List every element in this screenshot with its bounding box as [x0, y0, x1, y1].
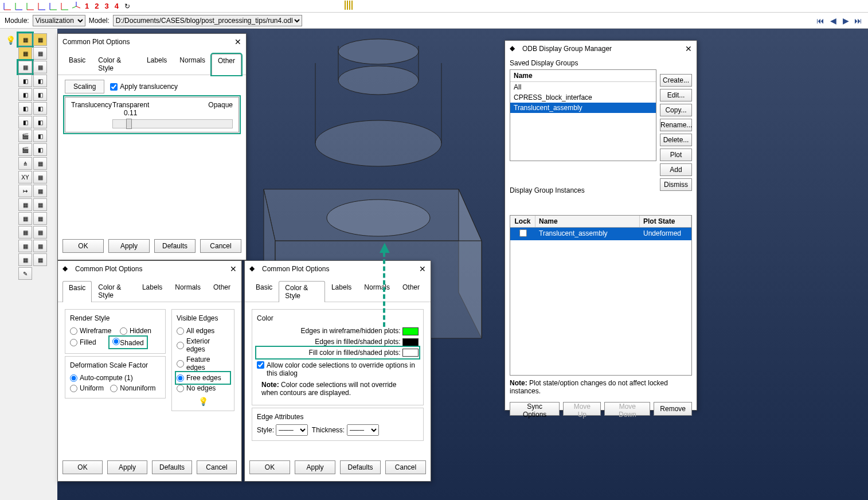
defaults-button[interactable]: Defaults: [340, 460, 381, 474]
tool-10[interactable]: ◧: [33, 88, 47, 101]
tool-14[interactable]: ◧: [33, 116, 47, 128]
tab-color-style[interactable]: Color & Style: [92, 53, 140, 75]
tool-25[interactable]: ▦: [18, 198, 32, 211]
tab-normals[interactable]: Normals: [173, 53, 212, 75]
shaded-radio[interactable]: [112, 338, 120, 345]
close-icon[interactable]: ✕: [685, 44, 692, 53]
group-row[interactable]: CPRESS_block_interface: [510, 92, 656, 103]
axis-iso-icon[interactable]: [71, 1, 81, 11]
axis-cycle-icon[interactable]: ↻: [122, 1, 132, 11]
tool-28[interactable]: ▦: [33, 212, 47, 225]
translucency-slider[interactable]: [112, 119, 233, 128]
no-edges-radio[interactable]: [177, 385, 184, 392]
tab-normals[interactable]: Normals: [169, 280, 207, 302]
tab-labels[interactable]: Labels: [325, 280, 358, 302]
defaults-button[interactable]: Defaults: [152, 460, 192, 474]
move-up-button[interactable]: Move Up: [563, 402, 601, 416]
tool-12[interactable]: ◧: [33, 102, 47, 115]
close-icon[interactable]: ✕: [230, 264, 237, 274]
view-2[interactable]: 2: [92, 2, 101, 10]
tab-basic[interactable]: Basic: [62, 281, 92, 302]
prev-frame-icon[interactable]: ◀: [828, 15, 838, 26]
move-down-button[interactable]: Move Down: [604, 402, 650, 416]
tool-22[interactable]: ▦: [33, 171, 47, 183]
tab-other[interactable]: Other: [212, 54, 241, 75]
ok-button[interactable]: OK: [249, 460, 290, 474]
tool-26[interactable]: ▦: [33, 198, 47, 211]
apply-button[interactable]: Apply: [108, 239, 150, 253]
tool-15[interactable]: 🎬: [18, 130, 32, 142]
edge-color-swatch[interactable]: [402, 338, 419, 346]
tool-2[interactable]: ▦: [33, 33, 47, 46]
saved-groups-list[interactable]: Name All CPRESS_block_interface Transluc…: [510, 69, 656, 161]
allow-override-checkbox[interactable]: [257, 361, 264, 369]
delete-button[interactable]: Delete...: [660, 134, 692, 146]
close-icon[interactable]: ✕: [419, 264, 426, 274]
instance-row[interactable]: Translucent_assembly Undeformed: [510, 228, 691, 240]
play-icon[interactable]: ▶: [840, 15, 851, 26]
tab-normals[interactable]: Normals: [358, 280, 396, 302]
group-row[interactable]: Translucent_assembly: [510, 103, 656, 113]
view-4[interactable]: 4: [112, 2, 121, 10]
tool-34[interactable]: ▦: [33, 253, 47, 266]
tool-33[interactable]: ▦: [18, 253, 32, 266]
lightbulb-icon[interactable]: 💡: [6, 36, 15, 45]
tool-6[interactable]: ▦: [33, 61, 47, 73]
tool-5[interactable]: ▦: [18, 61, 32, 73]
cube-3-icon[interactable]: [349, 1, 350, 10]
tab-basic[interactable]: Basic: [249, 280, 279, 302]
nonuniform-radio[interactable]: [110, 385, 118, 392]
wire-color-swatch[interactable]: [402, 327, 419, 335]
subtab-scaling[interactable]: Scaling: [65, 80, 104, 93]
plot-button[interactable]: Plot: [660, 149, 692, 161]
copy-button[interactable]: Copy...: [660, 104, 692, 116]
ok-button[interactable]: OK: [62, 460, 103, 474]
group-row[interactable]: All: [510, 82, 656, 92]
cancel-button[interactable]: Cancel: [200, 239, 241, 253]
next-frame-icon[interactable]: ⏭: [853, 15, 863, 26]
ok-button[interactable]: OK: [62, 239, 104, 253]
tip-icon[interactable]: 💡: [177, 397, 229, 406]
rename-button[interactable]: Rename...: [660, 119, 692, 131]
tab-other[interactable]: Other: [207, 280, 237, 302]
tool-13[interactable]: ◧: [18, 116, 32, 128]
tool-29[interactable]: ▦: [18, 226, 32, 239]
instances-table[interactable]: Lock Name Plot State Translucent_assembl…: [510, 215, 692, 376]
tool-3[interactable]: ▦: [18, 47, 32, 60]
wireframe-radio[interactable]: [70, 327, 77, 335]
model-select[interactable]: D:/Documents/CASES/blog/post_processing_…: [113, 15, 302, 26]
tab-color-style[interactable]: Color & Style: [92, 280, 136, 302]
cube-4-icon[interactable]: [351, 1, 353, 10]
remove-button[interactable]: Remove: [654, 402, 692, 416]
tool-30[interactable]: ▦: [33, 226, 47, 239]
tool-21[interactable]: XY: [18, 171, 32, 183]
apply-button[interactable]: Apply: [295, 460, 335, 474]
tool-17[interactable]: 🎬: [18, 143, 32, 156]
view-3[interactable]: 3: [102, 2, 111, 10]
tool-7[interactable]: ◧: [18, 75, 32, 87]
apply-button[interactable]: Apply: [107, 460, 147, 474]
defaults-button[interactable]: Defaults: [154, 239, 196, 253]
tool-24[interactable]: ▦: [33, 185, 47, 197]
tool-19[interactable]: ⋔: [18, 157, 32, 170]
edit-button[interactable]: Edit...: [660, 89, 692, 101]
tool-4[interactable]: ▦: [33, 47, 47, 60]
tool-32[interactable]: ▦: [33, 240, 47, 252]
axis-zx-icon[interactable]: [60, 1, 70, 11]
cube-1-icon[interactable]: [345, 1, 346, 10]
add-button[interactable]: Add: [660, 163, 692, 176]
tool-8[interactable]: ◧: [33, 75, 47, 87]
sync-button[interactable]: Sync Options: [510, 402, 560, 416]
axis-yz-icon[interactable]: [14, 1, 24, 11]
slider-thumb[interactable]: [126, 119, 132, 129]
view-1[interactable]: 1: [83, 2, 91, 10]
tool-16[interactable]: ◧: [33, 130, 47, 142]
tool-31[interactable]: ▦: [18, 240, 32, 252]
fill-color-swatch[interactable]: [402, 349, 419, 357]
axis-xy-icon[interactable]: [2, 1, 13, 11]
first-frame-icon[interactable]: ⏮: [815, 15, 826, 26]
module-select[interactable]: Visualization: [33, 15, 85, 26]
filled-radio[interactable]: [70, 339, 77, 346]
tool-9[interactable]: ◧: [18, 88, 32, 101]
tab-basic[interactable]: Basic: [62, 53, 92, 75]
